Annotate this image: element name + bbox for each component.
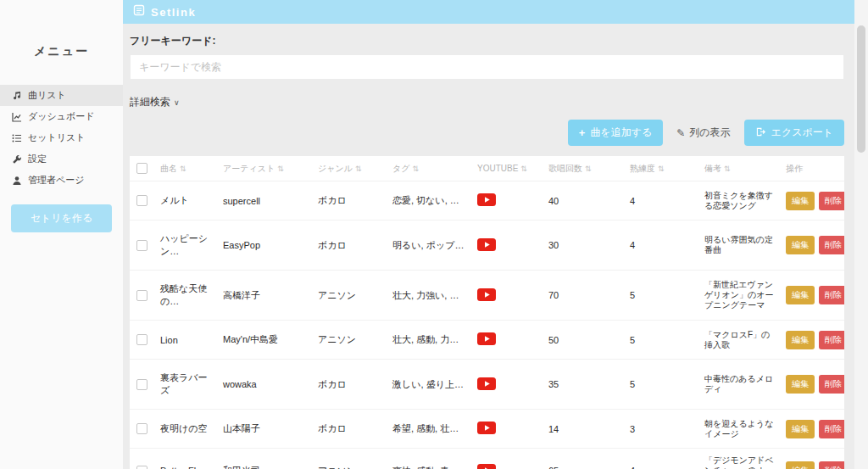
column-header[interactable]: 備考⇅ xyxy=(699,163,781,175)
song-title-cell: メルト xyxy=(155,182,218,219)
song-title-cell: Lion xyxy=(155,323,218,357)
sing-count-cell: 50 xyxy=(543,323,625,357)
column-header[interactable]: 歌唱回数⇅ xyxy=(543,163,625,175)
edit-button[interactable]: 編集 xyxy=(786,375,815,394)
edit-button[interactable]: 編集 xyxy=(786,236,815,254)
table-row: 裏表ラバーズ wowaka ボカロ 激しい, 盛り上… 35 5 中毒性のあるメ… xyxy=(130,360,844,410)
sort-icon[interactable]: ⇅ xyxy=(355,165,362,173)
create-setlist-button[interactable]: セトリを作る xyxy=(11,204,112,232)
youtube-icon[interactable] xyxy=(477,288,496,301)
row-actions-cell: 編集 削除 xyxy=(781,455,844,469)
genre-cell: ボカロ xyxy=(313,182,387,219)
table-row: ハッピーシン… EasyPop ボカロ 明るい, ポップ… 30 4 明るい雰囲… xyxy=(130,221,844,271)
delete-button[interactable]: 削除 xyxy=(819,461,844,469)
note-cell: 初音ミクを象徴する恋愛ソング xyxy=(699,184,781,218)
content-area: メニュー 曲リストダッシュボードセットリスト設定管理者ページ セトリを作る フリ… xyxy=(0,24,854,469)
edit-button[interactable]: 編集 xyxy=(786,331,815,349)
youtube-icon[interactable] xyxy=(477,332,496,345)
youtube-icon[interactable] xyxy=(477,464,496,469)
youtube-icon[interactable] xyxy=(477,238,496,251)
row-actions-cell: 編集 削除 xyxy=(781,185,844,217)
advanced-search-label: 詳細検索 xyxy=(130,95,170,109)
scrollbar-thumb[interactable] xyxy=(857,25,865,153)
sort-icon[interactable]: ⇅ xyxy=(180,165,186,173)
youtube-icon[interactable] xyxy=(477,422,496,434)
edit-button[interactable]: 編集 xyxy=(786,461,815,469)
advanced-search-toggle[interactable]: 詳細検索 ∨ xyxy=(130,95,180,109)
youtube-icon[interactable] xyxy=(477,193,496,206)
edit-button[interactable]: 編集 xyxy=(786,286,815,304)
genre-cell: ボカロ xyxy=(313,410,387,447)
sidebar-item-settings[interactable]: 設定 xyxy=(0,148,123,170)
sidebar-menu-title: メニュー xyxy=(0,44,123,59)
column-header[interactable]: ジャンル⇅ xyxy=(313,163,387,175)
column-header[interactable]: アーティスト⇅ xyxy=(218,163,313,175)
select-all-cell xyxy=(130,163,155,174)
music-note-icon xyxy=(12,91,22,101)
column-header[interactable]: タグ⇅ xyxy=(387,163,472,175)
sidebar-item-admin[interactable]: 管理者ページ xyxy=(0,170,123,191)
row-checkbox[interactable] xyxy=(136,290,147,301)
sidebar-item-dashboard[interactable]: ダッシュボード xyxy=(0,106,123,127)
note-cell: 「新世紀エヴァンゲリオン」のオープニングテーマ xyxy=(699,273,781,317)
delete-button[interactable]: 削除 xyxy=(819,420,844,438)
column-header[interactable]: YOUTUBE⇅ xyxy=(472,164,543,173)
column-visibility-button[interactable]: ✎ 列の表示 xyxy=(676,126,730,140)
delete-button[interactable]: 削除 xyxy=(819,286,844,304)
delete-button[interactable]: 削除 xyxy=(819,236,844,254)
artist-cell: 和田光司 xyxy=(218,453,313,469)
note-cell: 明るい雰囲気の定番曲 xyxy=(699,228,781,262)
delete-button[interactable]: 削除 xyxy=(819,331,844,349)
header-bar: Setlink xyxy=(123,0,854,24)
genre-cell: アニソン xyxy=(313,321,387,358)
chevron-down-icon: ∨ xyxy=(174,98,180,107)
admin-icon xyxy=(12,176,22,186)
youtube-icon[interactable] xyxy=(477,377,496,390)
sort-icon[interactable]: ⇅ xyxy=(520,165,527,173)
sidebar-item-music-note[interactable]: 曲リスト xyxy=(0,85,123,106)
keyword-search-input[interactable] xyxy=(130,54,844,80)
row-checkbox[interactable] xyxy=(136,195,147,206)
skill-cell: 4 xyxy=(625,454,699,469)
header-sidebar-gap xyxy=(0,0,123,24)
app-header: Setlink xyxy=(0,0,854,24)
vertical-scrollbar[interactable] xyxy=(854,0,868,469)
table-body: メルト supercell ボカロ 恋愛, 切ない, … 40 4 初音ミクを象… xyxy=(130,181,844,469)
tags-cell: 壮大, 感動, 力… xyxy=(387,321,472,358)
youtube-cell xyxy=(472,366,543,404)
sidebar-item-label: ダッシュボード xyxy=(28,110,95,123)
tags-cell: 明るい, ポップ… xyxy=(387,227,472,264)
sort-icon[interactable]: ⇅ xyxy=(585,165,592,173)
column-header-label: 曲名 xyxy=(160,163,177,175)
column-header[interactable]: 曲名⇅ xyxy=(155,163,218,175)
artist-cell: May'n/中島愛 xyxy=(218,321,313,358)
sort-icon[interactable]: ⇅ xyxy=(412,165,419,173)
artist-cell: supercell xyxy=(218,184,313,218)
column-header-label: アーティスト xyxy=(223,163,275,175)
row-checkbox[interactable] xyxy=(136,423,147,434)
row-checkbox-cell xyxy=(130,379,155,390)
row-checkbox[interactable] xyxy=(136,240,147,251)
song-title-cell: 夜明けの空 xyxy=(155,410,218,447)
sort-icon[interactable]: ⇅ xyxy=(724,165,731,173)
delete-button[interactable]: 削除 xyxy=(819,192,844,210)
skill-cell: 4 xyxy=(625,228,699,262)
select-all-checkbox[interactable] xyxy=(136,163,147,174)
skill-cell: 5 xyxy=(625,367,699,401)
sing-count-cell: 70 xyxy=(543,278,625,312)
row-checkbox[interactable] xyxy=(136,379,147,390)
edit-button[interactable]: 編集 xyxy=(786,192,815,210)
tags-cell: 恋愛, 切ない, … xyxy=(387,182,472,219)
edit-button[interactable]: 編集 xyxy=(786,420,815,438)
export-button[interactable]: エクスポート xyxy=(744,120,844,146)
delete-button[interactable]: 削除 xyxy=(819,375,844,394)
sidebar-item-setlist[interactable]: セットリスト xyxy=(0,127,123,148)
add-song-button[interactable]: + 曲を追加する xyxy=(568,120,663,146)
row-checkbox[interactable] xyxy=(136,334,147,345)
skill-cell: 3 xyxy=(625,412,699,446)
column-header[interactable]: 熟練度⇅ xyxy=(625,163,699,175)
row-checkbox[interactable] xyxy=(136,466,147,469)
sort-icon[interactable]: ⇅ xyxy=(277,165,284,173)
artist-cell: wowaka xyxy=(218,367,313,401)
sort-icon[interactable]: ⇅ xyxy=(658,165,665,173)
